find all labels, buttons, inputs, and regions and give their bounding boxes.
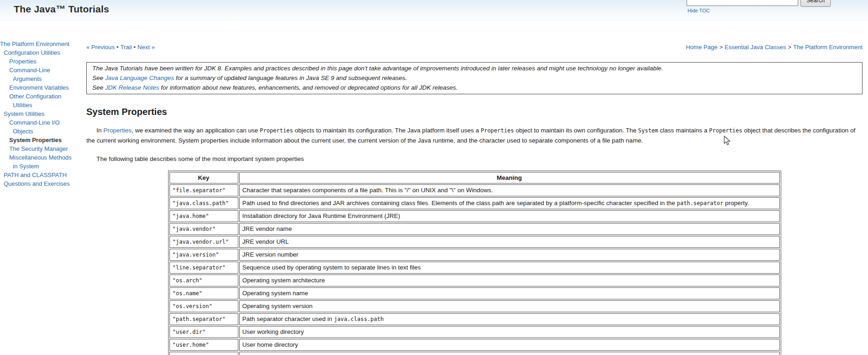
- next-link[interactable]: Next »: [137, 44, 155, 51]
- hide-toc-link[interactable]: Hide TOC: [688, 8, 710, 13]
- inline-text: Path separator character used in: [242, 315, 334, 322]
- key-cell: "java.class.path": [169, 197, 238, 209]
- sidebar-item[interactable]: PATH and CLASSPATH: [0, 171, 72, 179]
- sidebar-item[interactable]: Command-Line I/O Objects: [0, 118, 72, 136]
- key-cell: "java.vendor": [169, 223, 238, 235]
- column-header: Meaning: [239, 172, 780, 183]
- search-input[interactable]: [687, 0, 798, 6]
- meaning-cell: JRE vendor URL: [239, 236, 780, 248]
- table-row: "java.home"Installation directory for Ja…: [169, 210, 780, 222]
- trail-link[interactable]: Trail: [120, 44, 132, 51]
- inline-code: System: [638, 127, 658, 134]
- table-row: "java.vendor"JRE vendor name: [169, 223, 780, 235]
- inline-text: object to maintain its own configuration…: [514, 127, 638, 134]
- key-cell: "java.version": [169, 249, 238, 261]
- meaning-cell: User working directory: [239, 326, 780, 338]
- table-row: "user.home"User home directory: [169, 339, 780, 351]
- breadcrumb-link[interactable]: Essential Java Classes: [725, 44, 786, 51]
- meaning-cell: Path used to find directories and JAR ar…: [239, 197, 780, 209]
- table-row: "os.arch"Operating system architecture: [169, 275, 780, 286]
- table-row: "user.name"User account name: [169, 352, 780, 355]
- sidebar-item[interactable]: Other Configuration Utilities: [0, 92, 72, 109]
- inline-text: Character that separates components of a…: [242, 187, 493, 194]
- key-cell: "java.home": [169, 210, 238, 222]
- nav-separator: •: [134, 44, 136, 51]
- table-row: "os.name"Operating system name: [169, 287, 780, 299]
- inline-link[interactable]: JDK Release Notes: [105, 84, 159, 91]
- sidebar-item[interactable]: Properties: [0, 57, 72, 66]
- site-title: The Java™ Tutorials: [14, 4, 109, 15]
- inline-text: Operating system version: [242, 303, 313, 309]
- meaning-cell: Character that separates components of a…: [239, 184, 780, 196]
- key-cell: "java.vendor.url": [169, 236, 238, 248]
- table-header-row: KeyMeaning: [169, 172, 780, 183]
- key-cell: "line.separator": [169, 262, 238, 274]
- inline-text: The Java Tutorials have been written for…: [92, 65, 663, 72]
- column-header: Key: [169, 172, 238, 183]
- meaning-cell: User home directory: [239, 339, 780, 351]
- inline-text: See: [92, 84, 105, 91]
- inline-text: In: [96, 127, 103, 134]
- meaning-cell: JRE vendor name: [239, 223, 780, 235]
- system-properties-table: KeyMeaning"file.separator"Character that…: [168, 171, 781, 355]
- key-cell: "os.name": [169, 287, 238, 299]
- table-row: "user.dir"User working directory: [169, 326, 780, 338]
- previous-link[interactable]: « Previous: [86, 44, 114, 51]
- site-header: The Java™ Tutorials Search Hide TOC: [0, 0, 868, 20]
- sidebar-item[interactable]: Configuration Utilities: [0, 48, 72, 57]
- meaning-cell: Sequence used by operating system to sep…: [239, 262, 780, 274]
- breadcrumb: Home Page>Essential Java Classes>The Pla…: [686, 44, 862, 51]
- inline-link[interactable]: Java Language Changes: [105, 74, 174, 81]
- inline-text: Installation directory for Java Runtime …: [242, 212, 400, 219]
- inline-text: property.: [723, 200, 749, 206]
- table-row: "java.class.path"Path used to find direc…: [169, 197, 780, 209]
- table-row: "java.version"JRE version number: [169, 249, 780, 261]
- inline-code: Properties: [709, 127, 742, 134]
- meaning-cell: JRE version number: [239, 249, 780, 261]
- sidebar-item[interactable]: The Platform Environment: [0, 40, 72, 48]
- key-cell: "user.home": [169, 339, 238, 351]
- sidebar-item[interactable]: System Utilities: [0, 109, 72, 118]
- key-cell: "path.separator": [169, 313, 238, 325]
- key-cell: "os.version": [169, 300, 238, 312]
- table-row: "path.separator"Path separator character…: [169, 313, 780, 325]
- key-cell: "file.separator": [169, 184, 238, 196]
- search-button[interactable]: Search: [800, 0, 831, 7]
- inline-link[interactable]: Properties: [103, 127, 132, 134]
- inline-text: JRE vendor URL: [242, 238, 289, 245]
- meaning-cell: Operating system architecture: [239, 275, 780, 286]
- table-row: "line.separator"Sequence used by operati…: [169, 262, 780, 274]
- inline-text: Path used to find directories and JAR ar…: [242, 200, 677, 206]
- nav-row: « Previous•Trail•Next » Home Page>Essent…: [86, 44, 862, 51]
- breadcrumb-link[interactable]: The Platform Environment: [793, 44, 862, 51]
- inline-text: See: [92, 74, 105, 81]
- table-row: "java.vendor.url"JRE vendor URL: [169, 236, 780, 248]
- jdk-notice-box: The Java Tutorials have been written for…: [86, 62, 862, 94]
- inline-text: objects to maintain its configuration. T…: [293, 127, 481, 134]
- page-nav: « Previous•Trail•Next »: [86, 44, 155, 51]
- sidebar-item[interactable]: Questions and Exercises: [0, 179, 72, 188]
- search-area: Search Hide TOC: [687, 0, 854, 12]
- meaning-cell: User account name: [239, 352, 780, 355]
- sidebar-item[interactable]: The Security Manager: [0, 144, 72, 153]
- breadcrumb-separator: >: [719, 44, 723, 51]
- sidebar-item[interactable]: Command-Line Arguments: [0, 66, 72, 83]
- notice-line: The Java Tutorials have been written for…: [92, 63, 857, 73]
- table-row: "file.separator"Character that separates…: [169, 184, 780, 196]
- inline-text: class maintains a: [658, 127, 709, 134]
- sidebar-item[interactable]: Environment Variables: [0, 83, 72, 92]
- meaning-cell: Installation directory for Java Runtime …: [239, 210, 780, 222]
- sidebar-item-current: System Properties: [0, 136, 72, 144]
- inline-text: for a summary of updated language featur…: [174, 74, 407, 81]
- toc-sidebar: The Platform EnvironmentConfiguration Ut…: [0, 40, 72, 188]
- inline-text: for information about new features, enha…: [159, 84, 458, 91]
- breadcrumb-link[interactable]: Home Page: [686, 44, 717, 51]
- meaning-cell: Operating system version: [239, 300, 780, 312]
- inline-code: java.class.path: [334, 316, 383, 322]
- notice-line: See JDK Release Notes for information ab…: [92, 83, 857, 92]
- page: The Java™ Tutorials Search Hide TOC The …: [0, 0, 868, 355]
- meaning-cell: Operating system name: [239, 287, 780, 299]
- sidebar-item[interactable]: Miscellaneous Methods in System: [0, 153, 72, 171]
- nav-separator: •: [116, 44, 118, 51]
- notice-line: See Java Language Changes for a summary …: [92, 73, 857, 83]
